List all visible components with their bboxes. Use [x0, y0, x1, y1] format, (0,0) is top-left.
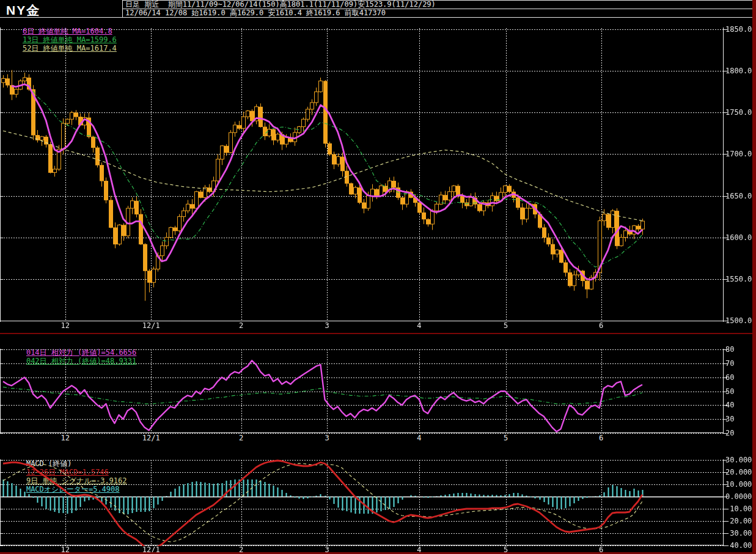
price-axis-label: 1550.0: [725, 275, 752, 283]
rsi-axis-label: 60: [725, 374, 734, 381]
header-top-border: [122, 0, 753, 1]
macd-axis-label: 0.0000: [725, 493, 752, 500]
panel-separator: [0, 333, 753, 334]
price-x-axis-label: 3: [315, 322, 339, 330]
macd-axis-label: -10.0000: [725, 505, 756, 512]
rsi-axis-label: 40: [725, 401, 734, 409]
rsi-x-axis-label: 12/1: [139, 434, 163, 442]
price-axis-label: 1500.0: [725, 317, 752, 324]
window-right-border: [752, 0, 756, 554]
header-quote-row: 12/06/14 12/08 始1619.0 高1629.0 安1610.4 終…: [125, 9, 386, 17]
price-axis-label: 1700.0: [725, 150, 752, 158]
rsi-x-axis-label: 6: [589, 434, 614, 442]
price-axis-label: 1750.0: [725, 109, 752, 116]
rsi-chart-canvas[interactable]: [0, 349, 728, 434]
header-bottom-border: [0, 17, 753, 18]
price-x-axis-label: 6: [589, 322, 614, 330]
macd-chart-canvas[interactable]: [0, 459, 728, 546]
macd-axis-label: -30.0000: [725, 530, 756, 537]
rsi-axis-label: 20: [725, 429, 734, 437]
macd-axis-label: 20.0000: [725, 468, 756, 476]
header-period-row: 日足 期近 期間11/11/09~12/06/14(150)高1801.1(11…: [125, 1, 436, 9]
rsi-axis-label: 70: [725, 360, 734, 367]
chart-app-window: NY金 日足 期近 期間11/11/09~12/06/14(150)高1801.…: [0, 0, 756, 554]
macd-axis-label: 30.0000: [725, 456, 756, 464]
price-axis-label: 1600.0: [725, 234, 752, 241]
macd-axis-label: -40.0000: [725, 542, 756, 549]
price-x-axis-label: 12/1: [139, 322, 163, 330]
price-x-axis-label: 2: [229, 322, 254, 330]
price-x-axis-label: 12: [53, 322, 78, 330]
header-mid-border: [122, 9, 753, 9]
instrument-title: NY金: [6, 2, 40, 19]
price-axis-label: 1850.0: [725, 26, 752, 33]
price-x-axis-label: 4: [407, 322, 431, 330]
rsi-x-axis-label: 5: [494, 434, 518, 442]
rsi-axis-label: 30: [725, 415, 734, 423]
rsi-x-axis-label: 2: [229, 434, 254, 442]
rsi-axis-label: 50: [725, 388, 734, 395]
candlestick-chart-canvas[interactable]: [0, 27, 728, 322]
macd-axis-label: 10.0000: [725, 481, 756, 488]
header-divider: [122, 0, 123, 18]
rsi-x-axis-label: 3: [315, 434, 339, 442]
rsi-x-axis-label: 12: [53, 434, 78, 442]
price-x-axis-label: 5: [494, 322, 518, 330]
macd-axis-label: -20.0000: [725, 517, 756, 525]
price-axis-label: 1650.0: [725, 192, 752, 200]
rsi-axis-label: 80: [725, 346, 734, 353]
price-axis-label: 1800.0: [725, 67, 752, 75]
rsi-x-axis-label: 4: [407, 434, 431, 442]
